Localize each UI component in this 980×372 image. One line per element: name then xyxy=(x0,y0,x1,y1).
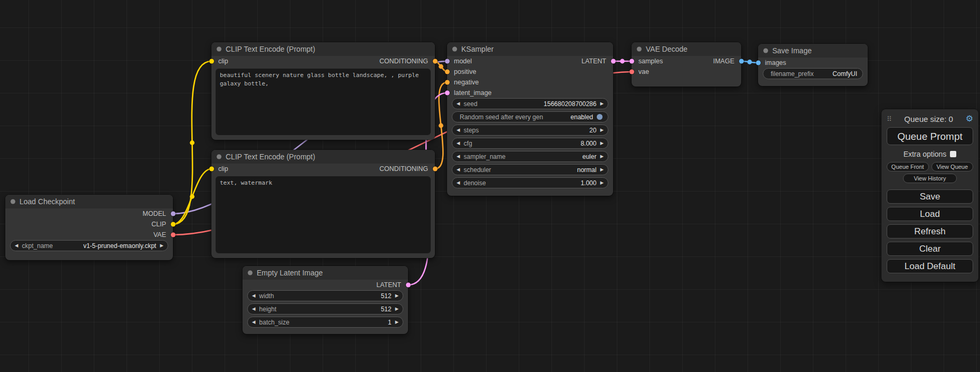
increment-arrow-icon[interactable]: ▶ xyxy=(600,180,604,185)
increment-arrow-icon[interactable]: ▶ xyxy=(160,243,163,248)
output-port-latent[interactable] xyxy=(611,59,616,64)
widget-scheduler[interactable]: ◀ scheduler normal ▶ xyxy=(452,164,608,175)
node-title: KSampler xyxy=(461,45,493,53)
decrement-arrow-icon[interactable]: ◀ xyxy=(15,243,18,248)
negative-prompt-textarea[interactable]: text, watermark xyxy=(216,176,431,253)
node-clip-text-encode-positive[interactable]: CLIP Text Encode (Prompt) clip CONDITION… xyxy=(211,42,435,140)
collapse-icon[interactable] xyxy=(217,155,221,159)
increment-arrow-icon[interactable]: ▶ xyxy=(395,307,399,311)
view-queue-button[interactable]: View Queue xyxy=(932,162,974,171)
collapse-icon[interactable] xyxy=(217,47,221,52)
save-button[interactable]: Save xyxy=(887,189,973,204)
widget-steps[interactable]: ◀ steps 20 ▶ xyxy=(452,125,608,136)
decrement-arrow-icon[interactable]: ◀ xyxy=(457,180,460,185)
node-header[interactable]: Empty Latent Image xyxy=(242,266,408,280)
collapse-icon[interactable] xyxy=(763,49,768,53)
collapse-icon[interactable] xyxy=(248,271,253,275)
node-title: VAE Decode xyxy=(646,45,687,53)
widget-name: batch_size xyxy=(259,319,289,326)
increment-arrow-icon[interactable]: ▶ xyxy=(600,154,604,159)
queue-prompt-button[interactable]: Queue Prompt xyxy=(887,127,973,145)
increment-arrow-icon[interactable]: ▶ xyxy=(600,101,604,106)
node-vae-decode[interactable]: VAE Decode samples IMAGE vae xyxy=(632,42,741,87)
extra-options-checkbox[interactable] xyxy=(950,151,956,157)
node-clip-text-encode-negative[interactable]: CLIP Text Encode (Prompt) clip CONDITION… xyxy=(211,150,435,258)
decrement-arrow-icon[interactable]: ◀ xyxy=(252,293,256,298)
decrement-arrow-icon[interactable]: ◀ xyxy=(457,154,460,159)
load-default-button[interactable]: Load Default xyxy=(887,259,973,273)
decrement-arrow-icon[interactable]: ◀ xyxy=(457,141,460,146)
load-button[interactable]: Load xyxy=(887,207,973,221)
widget-value: 1.000 xyxy=(580,179,596,187)
decrement-arrow-icon[interactable]: ◀ xyxy=(457,167,460,172)
node-ksampler[interactable]: KSampler model LATENT positive negative … xyxy=(447,42,613,196)
input-port-negative[interactable] xyxy=(445,80,450,85)
input-port-samples[interactable] xyxy=(629,59,634,64)
input-port-vae[interactable] xyxy=(629,70,634,74)
widget-seed[interactable]: ◀ seed 156680208700286 ▶ xyxy=(452,98,608,109)
widget-random-seed-toggle[interactable]: Random seed after every gen enabled xyxy=(452,111,608,122)
decrement-arrow-icon[interactable]: ◀ xyxy=(252,320,256,325)
output-port-vae[interactable] xyxy=(171,233,176,237)
node-graph-canvas[interactable]: Load Checkpoint MODEL CLIP VAE ◀ ckpt_na… xyxy=(0,0,980,372)
input-port-images[interactable] xyxy=(756,61,761,65)
input-port-model[interactable] xyxy=(445,59,450,64)
node-header[interactable]: VAE Decode xyxy=(632,42,741,56)
settings-gear-icon[interactable]: ⚙ xyxy=(966,115,973,123)
clear-button[interactable]: Clear xyxy=(887,242,973,256)
widget-sampler-name[interactable]: ◀ sampler_name euler ▶ xyxy=(452,151,608,162)
queue-front-button[interactable]: Queue Front xyxy=(887,162,929,171)
decrement-arrow-icon[interactable]: ◀ xyxy=(457,128,460,132)
increment-arrow-icon[interactable]: ▶ xyxy=(600,167,604,172)
toggle-indicator-icon[interactable] xyxy=(597,114,603,120)
widget-batch-size[interactable]: ◀ batch_size 1 ▶ xyxy=(247,317,403,328)
output-port-model[interactable] xyxy=(171,212,176,216)
node-header[interactable]: Load Checkpoint xyxy=(5,195,173,208)
widget-value: 20 xyxy=(589,127,596,134)
input-port-latent-image[interactable] xyxy=(445,91,450,96)
node-title: CLIP Text Encode (Prompt) xyxy=(226,45,315,53)
node-load-checkpoint[interactable]: Load Checkpoint MODEL CLIP VAE ◀ ckpt_na… xyxy=(5,195,173,260)
input-port-clip[interactable] xyxy=(209,59,214,64)
node-save-image[interactable]: Save Image images filename_prefix ComfyU… xyxy=(758,44,868,86)
link-midpoint-dot xyxy=(190,194,195,199)
increment-arrow-icon[interactable]: ▶ xyxy=(600,141,604,146)
refresh-button[interactable]: Refresh xyxy=(887,224,973,239)
decrement-arrow-icon[interactable]: ◀ xyxy=(252,307,256,311)
node-title: Empty Latent Image xyxy=(257,269,323,277)
widget-width[interactable]: ◀ width 512 ▶ xyxy=(247,290,403,301)
output-slot-label-conditioning: CONDITIONING xyxy=(380,58,428,65)
decrement-arrow-icon[interactable]: ◀ xyxy=(457,101,460,106)
collapse-icon[interactable] xyxy=(11,199,15,204)
node-empty-latent-image[interactable]: Empty Latent Image LATENT ◀ width 512 ▶ … xyxy=(242,266,408,334)
widget-ckpt-name[interactable]: ◀ ckpt_name v1-5-pruned-emaonly.ckpt ▶ xyxy=(10,240,168,251)
link-midpoint-dot xyxy=(748,60,752,64)
widget-denoise[interactable]: ◀ denoise 1.000 ▶ xyxy=(452,177,608,188)
input-port-clip[interactable] xyxy=(209,167,214,171)
increment-arrow-icon[interactable]: ▶ xyxy=(600,128,604,132)
output-port-latent[interactable] xyxy=(406,283,411,288)
collapse-icon[interactable] xyxy=(452,47,457,52)
widget-name: denoise xyxy=(464,179,486,187)
node-header[interactable]: KSampler xyxy=(447,42,613,56)
widget-height[interactable]: ◀ height 512 ▶ xyxy=(247,303,403,314)
output-port-conditioning[interactable] xyxy=(433,167,438,171)
increment-arrow-icon[interactable]: ▶ xyxy=(395,293,399,298)
link-midpoint-dot xyxy=(439,123,443,128)
link-midpoint-dot xyxy=(620,59,625,64)
widget-filename-prefix[interactable]: filename_prefix ComfyUI xyxy=(763,68,863,79)
node-header[interactable]: CLIP Text Encode (Prompt) xyxy=(211,150,435,164)
output-slot-label-image: IMAGE xyxy=(713,58,734,65)
input-port-positive[interactable] xyxy=(445,70,450,74)
positive-prompt-textarea[interactable]: beautiful scenery nature glass bottle la… xyxy=(216,69,431,135)
widget-cfg[interactable]: ◀ cfg 8.000 ▶ xyxy=(452,138,608,149)
node-header[interactable]: Save Image xyxy=(758,44,868,58)
output-port-conditioning[interactable] xyxy=(433,59,438,64)
drag-handle-icon[interactable]: ⠿ xyxy=(887,115,892,123)
collapse-icon[interactable] xyxy=(637,47,642,52)
increment-arrow-icon[interactable]: ▶ xyxy=(395,320,399,325)
output-port-image[interactable] xyxy=(739,59,744,64)
output-port-clip[interactable] xyxy=(171,222,176,227)
view-history-button[interactable]: View History xyxy=(903,174,957,183)
node-header[interactable]: CLIP Text Encode (Prompt) xyxy=(211,42,435,56)
